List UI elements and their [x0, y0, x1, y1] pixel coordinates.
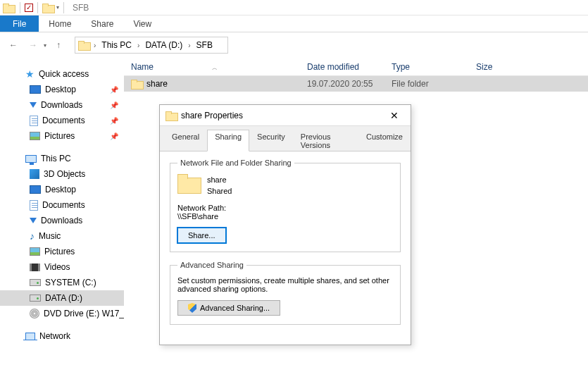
picture-icon: [30, 247, 40, 256]
column-size[interactable]: Size: [476, 62, 532, 72]
close-button[interactable]: ✕: [384, 110, 405, 121]
group-legend: Advanced Sharing: [177, 261, 246, 269]
dialog-tabs: General Sharing Security Previous Versio…: [160, 126, 411, 151]
tab-security[interactable]: Security: [249, 130, 293, 151]
sidebar-item-label: SYSTEM (C:): [45, 278, 96, 287]
nav-up-icon[interactable]: ↑: [51, 37, 66, 53]
drive-icon: [30, 295, 41, 302]
sidebar-item[interactable]: Downloads📌: [0, 97, 124, 113]
address-icon: [78, 41, 89, 49]
dialog-title: share Properties: [181, 111, 243, 120]
dvd-icon: [30, 309, 39, 318]
tab-file[interactable]: File: [0, 16, 39, 32]
download-icon: [30, 102, 37, 108]
tab-general[interactable]: General: [164, 130, 207, 151]
drive-icon: [30, 279, 41, 286]
network-path: \\SFB\share: [177, 212, 393, 221]
sidebar-item-label: Music: [39, 231, 61, 241]
column-name[interactable]: Name ︿: [131, 62, 307, 72]
share-button[interactable]: Share...: [177, 228, 226, 243]
chevron-right-icon[interactable]: ›: [184, 42, 194, 49]
sidebar-label: Network: [39, 331, 70, 341]
network-icon: [25, 333, 35, 340]
sidebar-item[interactable]: Documents📌: [0, 113, 124, 128]
sidebar-item[interactable]: Desktop📌: [0, 82, 124, 97]
video-icon: [30, 264, 40, 271]
tab-previous-versions[interactable]: Previous Versions: [293, 130, 358, 151]
column-headers: Name ︿ Date modified Type Size: [124, 58, 588, 76]
pin-icon: 📌: [110, 86, 118, 94]
sidebar-item-label: DVD Drive (E:) W17_: [44, 309, 124, 318]
dialog-titlebar[interactable]: share Properties ✕: [160, 105, 411, 126]
group-legend: Network File and Folder Sharing: [177, 159, 294, 167]
sidebar-item[interactable]: ♪Music: [0, 228, 124, 244]
desktop-icon: [30, 85, 41, 94]
file-type: File folder: [392, 79, 476, 89]
nav-history-dropdown-icon[interactable]: ▾: [44, 42, 46, 49]
share-status: Shared: [207, 185, 232, 197]
folder-icon: [177, 174, 200, 192]
sidebar-item[interactable]: 3D Objects: [0, 166, 124, 182]
sidebar-item[interactable]: DVD Drive (E:) W17_: [0, 306, 124, 321]
tab-sharing[interactable]: Sharing: [207, 130, 249, 151]
crumb-this-pc[interactable]: This PC: [100, 40, 133, 50]
sidebar-item[interactable]: DATA (D:): [0, 290, 124, 306]
chevron-right-icon[interactable]: ›: [133, 42, 144, 49]
shield-icon: [188, 303, 196, 313]
file-date: 19.07.2020 20:55: [307, 79, 392, 89]
sidebar-quick-access[interactable]: ★ Quick access: [0, 66, 124, 82]
pc-icon: [25, 155, 37, 163]
crumb-data-d[interactable]: DATA (D:): [144, 40, 184, 50]
sidebar-label: Quick access: [39, 69, 89, 79]
sidebar-network[interactable]: Network: [0, 328, 124, 344]
tab-share[interactable]: Share: [81, 16, 123, 32]
tab-customize[interactable]: Customize: [358, 130, 411, 151]
sidebar-item-label: Desktop: [45, 185, 76, 194]
chevron-right-icon[interactable]: ›: [89, 42, 100, 49]
pin-icon: 📌: [110, 117, 118, 125]
sidebar-item-label: Pictures: [44, 131, 75, 141]
address-bar[interactable]: › This PC › DATA (D:) › SFB ›: [75, 37, 228, 54]
sidebar-item-label: Documents: [42, 116, 85, 125]
nav-back-icon[interactable]: ←: [6, 37, 21, 53]
window-title: SFB: [73, 3, 89, 13]
document-icon: [30, 200, 38, 211]
nav-forward-icon[interactable]: →: [25, 37, 41, 53]
sidebar-item[interactable]: Pictures: [0, 244, 124, 259]
document-icon: [30, 116, 38, 126]
qat-newfolder-icon[interactable]: [42, 4, 54, 12]
sidebar-item-label: Videos: [44, 262, 70, 272]
sidebar-item-label: Desktop: [45, 85, 76, 94]
pin-icon: 📌: [110, 132, 118, 140]
sidebar-item[interactable]: Pictures📌: [0, 128, 124, 144]
qat-properties-icon[interactable]: ✓: [25, 4, 33, 12]
titlebar: ✓ ▾ SFB: [0, 0, 588, 16]
sidebar-item[interactable]: Desktop: [0, 182, 124, 197]
music-icon: ♪: [30, 231, 35, 241]
table-row[interactable]: share19.07.2020 20:55File folder: [124, 76, 588, 92]
advanced-sharing-button[interactable]: Advanced Sharing...: [177, 300, 280, 316]
network-path-label: Network Path:: [177, 204, 393, 212]
ribbon: File Home Share View: [0, 16, 588, 32]
column-date[interactable]: Date modified: [307, 62, 392, 72]
tab-view[interactable]: View: [123, 16, 161, 32]
qat-dropdown-icon[interactable]: ▾: [56, 4, 59, 11]
sidebar-item[interactable]: Documents: [0, 197, 124, 213]
column-type[interactable]: Type: [392, 62, 476, 72]
crumb-sfb[interactable]: SFB: [195, 40, 214, 50]
properties-dialog: share Properties ✕ General Sharing Secur…: [159, 104, 411, 345]
sidebar-item[interactable]: Videos: [0, 259, 124, 275]
desktop-icon: [30, 185, 41, 194]
sidebar-item-label: Downloads: [41, 100, 82, 110]
download-icon: [30, 218, 37, 223]
tab-home[interactable]: Home: [39, 16, 81, 32]
sidebar-item[interactable]: SYSTEM (C:): [0, 275, 124, 290]
sidebar-item[interactable]: Downloads: [0, 213, 124, 228]
dialog-body: Network File and Folder Sharing share Sh…: [160, 151, 411, 345]
sidebar-this-pc[interactable]: This PC: [0, 151, 124, 166]
pin-icon: 📌: [110, 101, 118, 109]
3d-objects-icon: [30, 169, 39, 179]
sidebar-item-label: 3D Objects: [44, 169, 85, 179]
sidebar: ★ Quick access Desktop📌Downloads📌Documen…: [0, 58, 124, 384]
advanced-sharing-group: Advanced Sharing Set custom permissions,…: [170, 261, 401, 325]
